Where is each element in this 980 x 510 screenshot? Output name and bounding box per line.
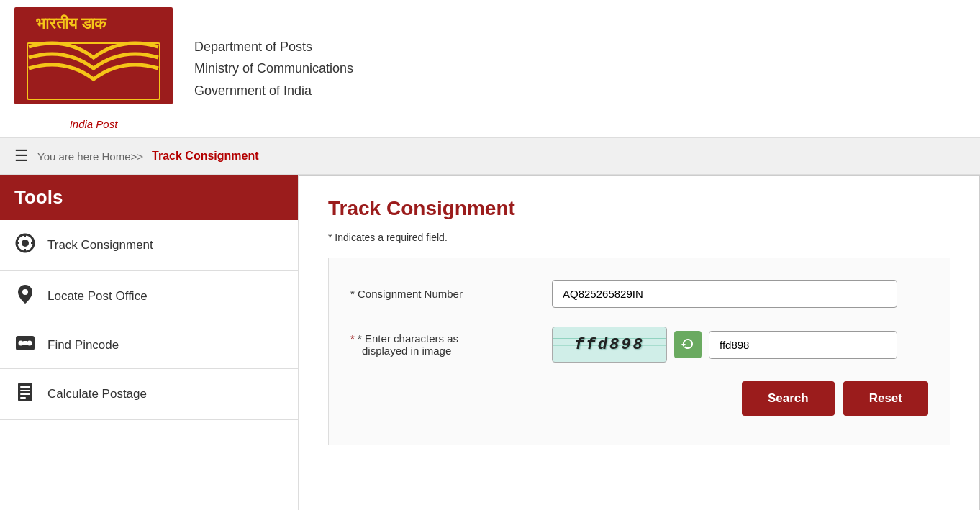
dept-line2: Ministry of Communications [194, 58, 353, 80]
india-post-label: India Post [70, 118, 118, 130]
svg-point-12 [27, 341, 32, 346]
locate-icon [14, 284, 36, 309]
page-title: Track Consignment [328, 197, 950, 220]
captcha-label: * * Enter characters as displayed in ima… [350, 332, 537, 357]
svg-point-4 [22, 240, 29, 247]
sidebar-item-locate-post-office[interactable]: Locate Post Office [0, 271, 298, 322]
dept-line1: Department of Posts [194, 36, 353, 58]
sidebar-item-track-consignment[interactable]: Track Consignment [0, 220, 298, 271]
svg-rect-18 [20, 397, 26, 399]
svg-rect-14 [18, 383, 32, 401]
sidebar-item-calculate-postage[interactable]: Calculate Postage [0, 369, 298, 420]
header: भारतीय डाक India Post Department of Post… [0, 0, 980, 138]
breadcrumb-bar: ☰ You are here Home>> Track Consignment [0, 138, 980, 175]
form-actions: Search Reset [350, 381, 928, 416]
captcha-label-line2: displayed in image [362, 345, 451, 357]
captcha-group: ffd898 [552, 327, 897, 363]
svg-rect-16 [20, 390, 30, 391]
sidebar-label-track: Track Consignment [47, 238, 153, 252]
svg-point-11 [19, 341, 24, 346]
captcha-asterisk: * [350, 332, 358, 345]
refresh-captcha-button[interactable] [674, 331, 702, 358]
captcha-row: * * Enter characters as displayed in ima… [350, 327, 928, 363]
captcha-image: ffd898 [552, 327, 667, 363]
pincode-icon [14, 335, 36, 355]
sidebar-title: Tools [0, 175, 298, 220]
main-layout: Tools Track Consignment [0, 175, 980, 510]
svg-point-9 [22, 289, 28, 295]
breadcrumb-prefix: You are here Home>> [37, 150, 143, 163]
dept-info: Department of Posts Ministry of Communic… [194, 36, 353, 102]
dept-line3: Government of India [194, 80, 353, 102]
sidebar-label-locate: Locate Post Office [47, 289, 148, 304]
content-area: Track Consignment * Indicates a required… [299, 175, 980, 510]
sidebar-label-pincode: Find Pincode [47, 338, 119, 352]
captcha-input[interactable] [709, 331, 897, 359]
india-post-logo: भारतीय डाक [14, 7, 173, 115]
required-note: * Indicates a required field. [328, 232, 950, 243]
breadcrumb-current: Track Consignment [152, 150, 258, 163]
track-icon [14, 233, 36, 258]
form-container: * Consignment Number * * Enter character… [328, 258, 950, 445]
sidebar-item-find-pincode[interactable]: Find Pincode [0, 322, 298, 369]
consignment-label: * Consignment Number [350, 288, 537, 300]
reset-button[interactable]: Reset [843, 381, 928, 416]
postage-icon [14, 382, 36, 406]
search-button[interactable]: Search [742, 381, 835, 416]
consignment-input[interactable] [552, 280, 897, 308]
svg-text:भारतीय डाक: भारतीय डाक [36, 14, 107, 32]
svg-rect-13 [23, 341, 27, 345]
svg-rect-15 [20, 386, 30, 388]
sidebar: Tools Track Consignment [0, 175, 299, 510]
consignment-row: * Consignment Number [350, 280, 928, 308]
svg-rect-17 [20, 393, 30, 395]
logo-area: भारतीय डाक India Post [14, 7, 173, 130]
hamburger-icon[interactable]: ☰ [14, 147, 29, 165]
sidebar-label-postage: Calculate Postage [47, 387, 147, 401]
